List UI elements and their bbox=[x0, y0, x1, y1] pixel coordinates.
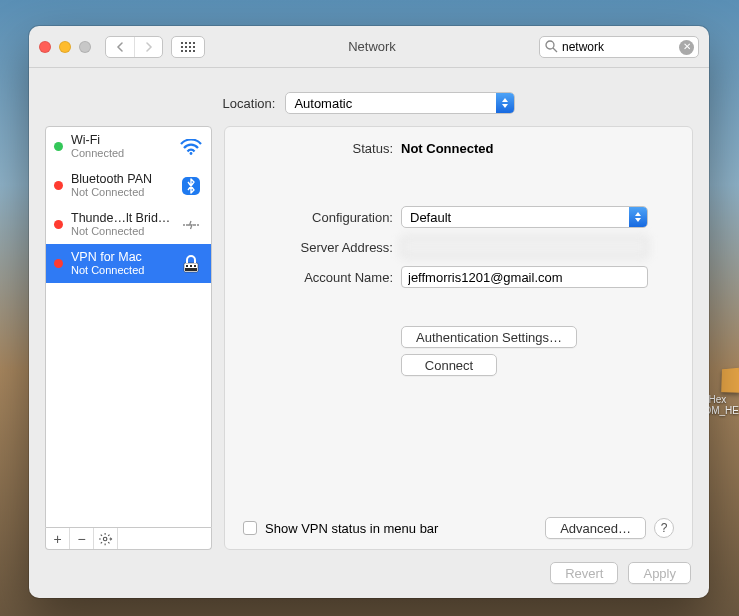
account-name-input[interactable] bbox=[401, 266, 648, 288]
location-select[interactable]: Automatic bbox=[285, 92, 515, 114]
configuration-value: Default bbox=[410, 210, 451, 225]
network-preferences-window: Network ✕ Location: Automatic bbox=[29, 26, 709, 598]
close-button[interactable] bbox=[39, 41, 51, 53]
configuration-label: Configuration: bbox=[243, 210, 393, 225]
server-address-input[interactable] bbox=[401, 236, 648, 258]
minimize-button[interactable] bbox=[59, 41, 71, 53]
location-label: Location: bbox=[223, 96, 276, 111]
service-item-thunderbolt[interactable]: Thunde…lt Bridge Not Connected bbox=[46, 205, 211, 244]
search-field[interactable]: ✕ bbox=[539, 36, 699, 58]
svg-rect-19 bbox=[185, 268, 197, 271]
svg-point-17 bbox=[197, 224, 199, 226]
status-dot bbox=[54, 220, 63, 229]
titlebar: Network ✕ bbox=[29, 26, 709, 68]
service-item-vpn[interactable]: VPN for Mac Not Connected bbox=[46, 244, 211, 283]
service-actions-button[interactable] bbox=[94, 528, 118, 549]
service-name: VPN for Mac bbox=[71, 250, 171, 264]
svg-rect-9 bbox=[185, 50, 187, 52]
apply-button[interactable]: Apply bbox=[628, 562, 691, 584]
show-vpn-status-label: Show VPN status in menu bar bbox=[265, 521, 438, 536]
revert-button[interactable]: Revert bbox=[550, 562, 618, 584]
clear-search-icon[interactable]: ✕ bbox=[679, 40, 694, 55]
zoom-button bbox=[79, 41, 91, 53]
search-input[interactable] bbox=[562, 40, 676, 54]
vpn-lock-icon bbox=[179, 254, 203, 274]
stepper-icon bbox=[496, 93, 514, 113]
location-value: Automatic bbox=[294, 96, 352, 111]
svg-rect-22 bbox=[194, 265, 196, 267]
service-name: Thunde…lt Bridge bbox=[71, 211, 171, 225]
svg-rect-0 bbox=[181, 42, 183, 44]
service-item-wifi[interactable]: Wi-Fi Connected bbox=[46, 127, 211, 166]
svg-rect-2 bbox=[189, 42, 191, 44]
window-title: Network bbox=[213, 39, 531, 54]
service-item-bluetooth[interactable]: Bluetooth PAN Not Connected bbox=[46, 166, 211, 205]
service-name: Wi-Fi bbox=[71, 133, 171, 147]
show-all-button[interactable] bbox=[171, 36, 205, 58]
detail-panel: Status: Not Connected Configuration: Def… bbox=[224, 126, 693, 550]
svg-rect-7 bbox=[193, 46, 195, 48]
svg-rect-1 bbox=[185, 42, 187, 44]
nav-back-forward bbox=[105, 36, 163, 58]
search-icon bbox=[545, 40, 558, 56]
svg-rect-6 bbox=[189, 46, 191, 48]
service-name: Bluetooth PAN bbox=[71, 172, 171, 186]
back-button[interactable] bbox=[106, 37, 134, 57]
status-value: Not Connected bbox=[401, 141, 493, 156]
service-status: Not Connected bbox=[71, 264, 171, 277]
svg-rect-8 bbox=[181, 50, 183, 52]
service-sidebar: Wi-Fi Connected Bluetooth PAN Not Connec… bbox=[45, 126, 212, 550]
svg-point-23 bbox=[103, 537, 107, 541]
configuration-select[interactable]: Default bbox=[401, 206, 648, 228]
svg-point-14 bbox=[190, 152, 193, 155]
svg-rect-21 bbox=[190, 265, 192, 267]
svg-point-16 bbox=[183, 224, 185, 226]
service-list[interactable]: Wi-Fi Connected Bluetooth PAN Not Connec… bbox=[45, 126, 212, 528]
svg-rect-11 bbox=[193, 50, 195, 52]
sidebar-footer-spacer bbox=[118, 528, 211, 549]
bluetooth-icon bbox=[179, 176, 203, 196]
location-row: Location: Automatic bbox=[45, 92, 693, 114]
status-label: Status: bbox=[243, 141, 393, 156]
wifi-icon bbox=[179, 137, 203, 157]
stepper-icon bbox=[629, 207, 647, 227]
account-name-label: Account Name: bbox=[243, 270, 393, 285]
advanced-button[interactable]: Advanced… bbox=[545, 517, 646, 539]
sidebar-footer: + − bbox=[45, 528, 212, 550]
service-status: Connected bbox=[71, 147, 171, 160]
authentication-settings-button[interactable]: Authentication Settings… bbox=[401, 326, 577, 348]
connect-button[interactable]: Connect bbox=[401, 354, 497, 376]
svg-rect-3 bbox=[193, 42, 195, 44]
help-button[interactable]: ? bbox=[654, 518, 674, 538]
forward-button[interactable] bbox=[134, 37, 162, 57]
show-vpn-status-checkbox[interactable] bbox=[243, 521, 257, 535]
status-dot bbox=[54, 181, 63, 190]
footer-buttons: Revert Apply bbox=[45, 562, 693, 584]
window-controls bbox=[39, 41, 91, 53]
thunderbolt-icon bbox=[179, 215, 203, 235]
server-address-label: Server Address: bbox=[243, 240, 393, 255]
remove-service-button[interactable]: − bbox=[70, 528, 94, 549]
service-status: Not Connected bbox=[71, 225, 171, 238]
add-service-button[interactable]: + bbox=[46, 528, 70, 549]
svg-rect-10 bbox=[189, 50, 191, 52]
svg-rect-4 bbox=[181, 46, 183, 48]
svg-rect-5 bbox=[185, 46, 187, 48]
status-dot bbox=[54, 259, 63, 268]
svg-point-12 bbox=[546, 41, 554, 49]
service-status: Not Connected bbox=[71, 186, 171, 199]
status-dot bbox=[54, 142, 63, 151]
svg-line-13 bbox=[553, 48, 557, 52]
svg-rect-20 bbox=[186, 265, 188, 267]
